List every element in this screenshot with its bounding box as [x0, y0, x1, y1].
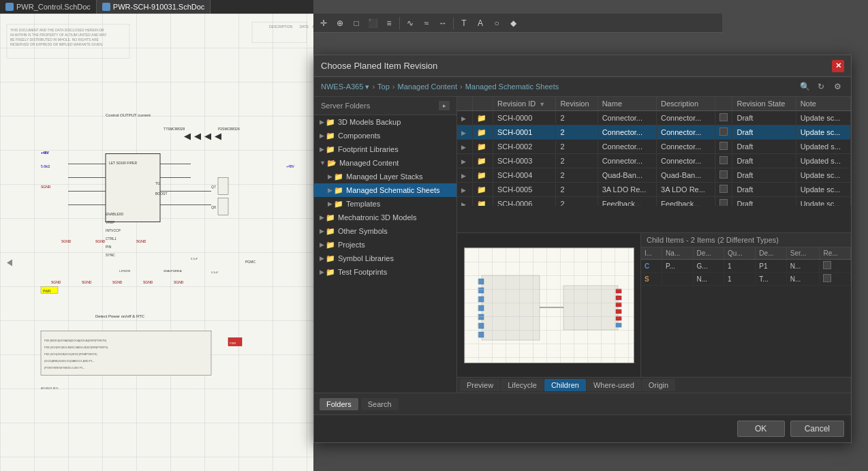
child-table-scroll[interactable]: I... Na... De... Qu... De... Ser... Re..… [641, 247, 851, 377]
ok-button[interactable]: OK [737, 421, 785, 437]
checkbox-5[interactable] [719, 185, 728, 193]
sidebar-item-mechatronic[interactable]: ▶ 📁 Mechatronic 3D Models [314, 211, 456, 224]
toolbar-btn-plus[interactable]: ⊕ [332, 16, 347, 31]
expand-arrow-sl: ▶ [320, 255, 324, 262]
breadcrumb-search-btn[interactable]: 🔍 [798, 80, 811, 93]
svg-text:Q7: Q7 [211, 185, 216, 189]
col-header-description[interactable]: Description [657, 97, 715, 111]
table-row[interactable]: ▶ 📁 SCH-0006 2 Feedback... Feedback... D… [457, 197, 851, 207]
child-table-row[interactable]: S N... 1 T... N... [641, 273, 851, 286]
svg-text:LET SOUR FIPER: LET SOUR FIPER [109, 161, 137, 165]
expand-arrow-mech: ▶ [320, 214, 324, 221]
toolbar-btn-circle[interactable]: ○ [489, 16, 504, 31]
svg-text:5.6kΩ: 5.6kΩ [41, 164, 50, 168]
checkbox-4[interactable] [719, 170, 728, 179]
checkbox-2[interactable] [719, 142, 728, 150]
breadcrumb-managed-schematic[interactable]: Managed Schematic Sheets [465, 82, 559, 91]
sidebar-item-other-symbols[interactable]: ▶ 📁 Other Symbols [314, 224, 456, 238]
sidebar-item-3d-models[interactable]: ▶ 📁 3D Models Backup [314, 115, 456, 129]
sidebar-item-test-footprints[interactable]: ▶ 📁 Test Footprints [314, 265, 456, 279]
table-row[interactable]: ▶ 📁 SCH-0001 2 Connector... Connector...… [457, 125, 851, 140]
svg-text:+48V: +48V [41, 151, 49, 155]
content-area: Revision ID ▼ Revision Name [457, 97, 851, 393]
bottom-tab-search[interactable]: Search [361, 398, 399, 410]
child-col-icon[interactable]: I... [641, 247, 662, 260]
toolbar-btn-fill[interactable]: ⬛ [365, 16, 380, 31]
child-checkbox-1[interactable] [823, 274, 831, 282]
child-col-name[interactable]: Na... [662, 247, 693, 260]
table-row[interactable]: ▶ 📁 SCH-0004 2 Quad-Ban... Quad-Ban... D… [457, 168, 851, 183]
child-col-ser[interactable]: Ser... [786, 247, 820, 260]
svg-text:VREF: VREF [106, 220, 114, 224]
breadcrumb-refresh-btn[interactable]: ↻ [814, 80, 828, 93]
toolbar-btn-cross[interactable]: ✛ [316, 16, 331, 31]
toolbar-btn-rect[interactable]: □ [349, 16, 364, 31]
sidebar-item-components[interactable]: ▶ 📁 Components [314, 129, 456, 142]
toolbar-btn-measure[interactable]: ↔ [435, 16, 450, 31]
svg-text:SGND: SGND [174, 280, 184, 284]
breadcrumb-top[interactable]: Top [377, 82, 390, 91]
toolbar-btn-label[interactable]: A [473, 16, 488, 31]
tab-origin[interactable]: Origin [642, 379, 675, 391]
toolbar-btn-lines[interactable]: ≡ [382, 16, 397, 31]
tab-pwr-sch[interactable]: PWR-SCH-910031.SchDoc [97, 0, 211, 14]
col-header-name[interactable]: Name [598, 97, 656, 111]
child-col-qty[interactable]: Qu... [724, 247, 756, 260]
sidebar-item-managed-content[interactable]: ▼ 📂 Managed Content [314, 156, 456, 170]
bottom-tab-folders[interactable]: Folders [320, 398, 358, 410]
cancel-button[interactable]: Cancel [790, 421, 844, 437]
table-row[interactable]: ▶ 📁 SCH-0000 2 Connector... Connector...… [457, 111, 851, 125]
child-checkbox-0[interactable] [823, 261, 831, 269]
checkbox-3[interactable] [719, 156, 728, 164]
toolbar-btn-wave2[interactable]: ≈ [419, 16, 434, 31]
toolbar-btn-wave[interactable]: ∿ [403, 16, 418, 31]
checkbox-6[interactable] [719, 199, 728, 206]
svg-marker-27 [7, 260, 12, 267]
child-table: I... Na... De... Qu... De... Ser... Re..… [641, 247, 851, 286]
child-icon-s: S [645, 275, 649, 283]
svg-text:L1P4299: L1P4299 [119, 269, 131, 273]
breadcrumb-managed-content[interactable]: Managed Content [398, 82, 457, 91]
folder-icon-fp: 📁 [326, 145, 335, 154]
svg-marker-54 [194, 134, 201, 140]
table-row[interactable]: ▶ 📁 SCH-0002 2 Connector... Connector...… [457, 140, 851, 154]
preview-image [464, 247, 634, 363]
tab-children[interactable]: Children [544, 379, 586, 391]
breadcrumb-settings-btn[interactable]: ⚙ [831, 80, 844, 93]
schematic-svg: THIS DOCUMENT AND THE DATA DISCLOSED HER… [0, 14, 313, 471]
toolbar-btn-text[interactable]: T [456, 16, 471, 31]
sidebar-expand-btn[interactable]: ▸ [439, 101, 450, 110]
col-header-revision[interactable]: Revision [556, 97, 598, 111]
sidebar-item-managed-schematic[interactable]: ▶ 📁 Managed Schematic Sheets [314, 183, 456, 197]
sidebar-item-footprint-libs[interactable]: ▶ 📁 Footprint Libraries [314, 142, 456, 156]
toolbar-btn-diamond[interactable]: ◆ [506, 16, 521, 31]
svg-text:P82 (MOD1|DOSA|IN|DOCA|DOCA|DI: P82 (MOD1|DOSA|IN|DOCA|DOCA|DISP|POINTS) [44, 339, 107, 342]
table-scroll[interactable]: Revision ID ▼ Revision Name [457, 97, 851, 206]
checkbox-0[interactable] [719, 113, 728, 121]
table-header: Revision ID ▼ Revision Name [457, 97, 851, 111]
child-col-designator[interactable]: De... [756, 247, 786, 260]
svg-text:BE FREELY DISTRIBUTED IN WHOLE: BE FREELY DISTRIBUTED IN WHOLE. NO RIGHT… [10, 37, 99, 42]
sidebar-item-projects[interactable]: ▶ 📁 Projects [314, 238, 456, 252]
table-row[interactable]: ▶ 📁 SCH-0003 2 Connector... Connector...… [457, 154, 851, 168]
tab-where-used[interactable]: Where-used [587, 379, 641, 391]
col-header-revision-id[interactable]: Revision ID ▼ [493, 97, 556, 111]
child-col-desc[interactable]: De... [693, 247, 724, 260]
table-row[interactable]: ▶ 📁 SCH-0005 2 3A LDO Re... 3A LDO Re...… [457, 183, 851, 197]
checkbox-1[interactable] [719, 127, 728, 136]
tab-lifecycle[interactable]: Lifecycle [501, 379, 544, 391]
dialog-close-button[interactable]: ✕ [832, 60, 844, 72]
sidebar-item-symbol-libs[interactable]: ▶ 📁 Symbol Libraries [314, 252, 456, 265]
child-col-re[interactable]: Re... [820, 247, 851, 260]
sidebar-item-templates[interactable]: ▶ 📁 Templates [314, 197, 456, 211]
breadcrumb-root[interactable]: NWES-A365 ▾ [321, 82, 369, 91]
child-table-row[interactable]: C P... G... 1 P1 N... [641, 260, 851, 273]
dialog-title: Choose Planed Item Revision [321, 61, 437, 71]
col-header-note[interactable]: Note [796, 97, 850, 111]
svg-marker-53 [184, 134, 191, 140]
sidebar-item-managed-layer[interactable]: ▶ 📁 Managed Layer Stacks [314, 170, 456, 183]
tab-pwr-control[interactable]: PWR_Control.SchDoc [0, 0, 97, 14]
svg-rect-37 [218, 178, 228, 195]
col-header-state[interactable]: Revision State [732, 97, 796, 111]
tab-preview[interactable]: Preview [460, 379, 500, 391]
